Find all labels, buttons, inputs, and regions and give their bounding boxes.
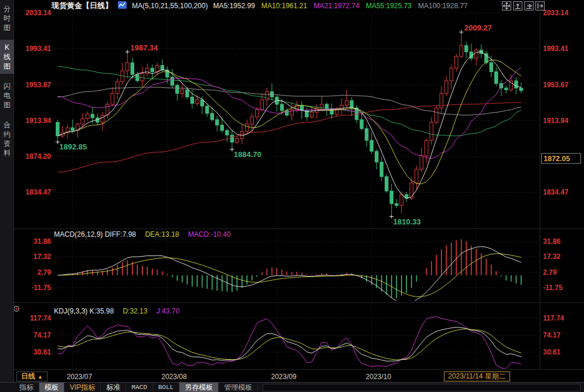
tab-VIP指标[interactable]: VIP指标: [64, 383, 101, 392]
sidebar-item-0[interactable]: 分时图: [0, 1, 14, 35]
month-label: 2023/07: [67, 373, 92, 381]
candle-body: [455, 56, 459, 68]
macd-dea-value: DEA:13.18: [145, 230, 179, 238]
candle-body: [370, 141, 374, 152]
price-tick-left: 1953.67: [26, 81, 52, 89]
extreme-marker-icon: [125, 50, 130, 54]
candle-body: [390, 191, 393, 204]
macd-panel: [57, 239, 521, 303]
kdj-params-k: KDJ(9,3,3) K:35.98: [54, 307, 114, 315]
period-selector[interactable]: 日线▲: [16, 371, 47, 381]
candle-body: [290, 110, 294, 115]
ma-value-ma21: MA21:1972.74: [314, 2, 359, 10]
price-tick-right: 1953.67: [543, 81, 569, 89]
header-toolbar: [502, 1, 545, 11]
kdj-j-value: J:43.70: [157, 307, 179, 315]
candle-body: [385, 176, 389, 191]
candle-body: [101, 115, 104, 122]
ma-value-ma55: MA55:1925.73: [366, 2, 412, 10]
sidebar-item-3[interactable]: 合约资料: [0, 117, 14, 161]
candle-body: [395, 204, 399, 206]
candle-body: [246, 124, 249, 131]
extreme-marker-icon: [459, 30, 463, 34]
instrument-title: 现货黄金【日线】: [52, 1, 113, 11]
candle-body: [151, 68, 154, 71]
candle-body: [515, 81, 518, 88]
candle-body: [116, 81, 120, 93]
price-tick-right: 1834.47: [543, 188, 569, 196]
chart-canvas[interactable]: 1987.342009.271892.851884.701810.332033.…: [0, 0, 584, 392]
candle-body: [256, 110, 259, 117]
candle-body: [230, 135, 234, 142]
candle-body: [201, 100, 204, 106]
bottom-tab-bar: 指标模板VIP指标标准MACDBOLL另存模板管理模板: [0, 382, 584, 392]
candle-body: [141, 74, 144, 81]
triangle-up-icon: ▲: [38, 374, 43, 380]
candle-body: [365, 129, 369, 141]
kdj-tick-right: 74.17: [543, 331, 561, 339]
tab-MACD[interactable]: MACD: [126, 383, 152, 392]
line-chart-logo-icon: [118, 1, 127, 11]
low-annotation: 1884.70: [234, 150, 262, 159]
macd-tick-right: -11.75: [543, 284, 563, 292]
candle-body: [505, 88, 508, 90]
ma-settings-label[interactable]: MA(5,10,21,55,100,200): [132, 2, 208, 10]
series-line: [57, 103, 521, 172]
tab-BOLL[interactable]: BOLL: [153, 383, 179, 392]
price-tick-right: 1993.41: [543, 45, 569, 53]
macd-tick-left: 17.32: [33, 253, 51, 261]
candle-body: [465, 46, 468, 52]
price-tick-left: 1993.41: [26, 45, 52, 53]
shift-right-icon[interactable]: [535, 1, 545, 11]
series-line: [57, 329, 521, 360]
candle-body: [86, 114, 90, 119]
candle-body: [490, 63, 493, 71]
candle-body: [226, 131, 229, 135]
macd-params-diff: MACD(26,12,9) DIFF:7.98: [54, 230, 136, 238]
candle-body: [156, 66, 159, 72]
price-tick-left: 1874.20: [26, 152, 52, 161]
sidebar-item-2[interactable]: 闪电图: [0, 79, 14, 113]
kdj-tick-left: 30.61: [33, 348, 51, 356]
candle-body: [435, 108, 439, 122]
candle-body: [71, 128, 74, 131]
high-annotation: 2009.27: [464, 23, 492, 32]
price-annotations: 1987.342009.271892.851884.701810.33: [56, 23, 492, 226]
candle-body: [210, 113, 214, 120]
tab-模板[interactable]: 模板: [39, 383, 64, 392]
candle-body: [410, 183, 413, 198]
current-price-tag: 1872.05: [542, 154, 581, 163]
candle-body: [286, 111, 289, 115]
low-annotation: 1892.85: [59, 142, 87, 151]
auto-scale-icon[interactable]: [513, 1, 522, 11]
kdj-tick-right: 117.74: [543, 314, 564, 322]
macd-hist-value: MACD:-10.40: [188, 230, 231, 238]
chart-header: 现货黄金【日线】 MA(5,10,21,55,100,200) MA5:1952…: [52, 0, 468, 12]
macd-tick-left: -11.75: [32, 284, 52, 292]
macd-tick-right: 31.86: [543, 237, 561, 246]
low-annotation: 1810.33: [393, 217, 421, 226]
tab-标准[interactable]: 标准: [101, 383, 126, 392]
gridlines: [14, 12, 584, 370]
macd-tick-left: 2.79: [38, 268, 52, 277]
sidebar: 分时图K线图闪电图合约资料: [0, 0, 14, 392]
candle-body: [400, 195, 403, 206]
play-scale-icon[interactable]: [524, 1, 534, 11]
candle-body: [216, 120, 219, 125]
candle-body: [220, 125, 224, 130]
date-axis-row: 日线▲ 2023/11/14 星期二 2023/072023/082023/09…: [0, 370, 584, 382]
price-tick-left: 2033.14: [26, 9, 52, 17]
sidebar-item-1[interactable]: K线图: [0, 40, 14, 74]
indicator-settings-icon[interactable]: [14, 306, 19, 311]
tab-另存模板[interactable]: 另存模板: [179, 383, 219, 392]
ma-value-ma100: MA100:1928.77: [418, 2, 468, 10]
candle-body: [146, 68, 150, 73]
candle-body: [196, 100, 199, 103]
candles: [56, 35, 523, 214]
move-icon[interactable]: [502, 1, 511, 11]
tab-指标[interactable]: 指标: [14, 383, 39, 392]
tab-管理模板[interactable]: 管理模板: [219, 383, 258, 392]
candle-body: [420, 156, 423, 169]
kdj-panel: [57, 316, 521, 369]
candle-body: [495, 71, 498, 83]
